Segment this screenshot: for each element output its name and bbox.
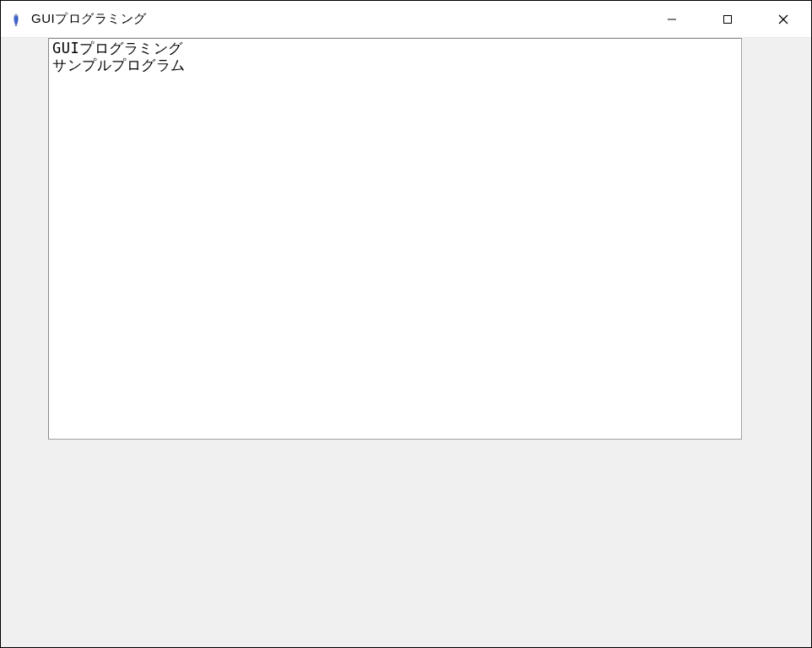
application-window: GUIプログラミング GUIプログラミング サンプルプログラム xyxy=(1,1,811,647)
maximize-button[interactable] xyxy=(700,1,755,37)
minimize-button[interactable] xyxy=(644,1,700,37)
text-line: GUIプログラミング xyxy=(52,40,183,57)
maximize-icon xyxy=(723,14,733,24)
titlebar[interactable]: GUIプログラミング xyxy=(1,1,811,38)
text-line: サンプルプログラム xyxy=(52,57,186,73)
window-title: GUIプログラミング xyxy=(31,11,644,27)
svg-point-0 xyxy=(15,14,17,16)
close-icon xyxy=(778,14,788,24)
minimize-icon xyxy=(667,14,677,24)
window-controls xyxy=(644,1,811,37)
close-button[interactable] xyxy=(755,1,811,37)
client-area: GUIプログラミング サンプルプログラム xyxy=(1,38,811,647)
text-widget[interactable]: GUIプログラミング サンプルプログラム xyxy=(48,38,742,440)
app-icon xyxy=(9,14,23,27)
svg-rect-2 xyxy=(724,15,732,23)
